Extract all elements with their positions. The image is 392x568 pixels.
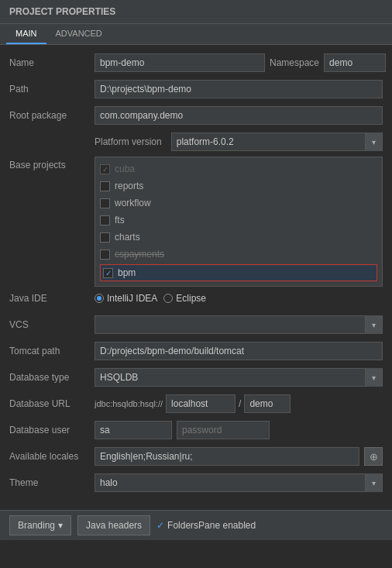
database-type-row: Database type HSQLDB ▾ xyxy=(9,366,383,389)
tomcat-path-input[interactable] xyxy=(95,342,383,360)
root-package-input[interactable] xyxy=(95,106,383,125)
bp-checkbox-charts[interactable] xyxy=(100,232,110,243)
bp-checkbox-fts[interactable] xyxy=(100,215,110,225)
bp-item-cspayments: cspayments xyxy=(100,246,377,263)
platform-version-container: Platform version platform-6.0.2 ▾ xyxy=(95,133,383,151)
branding-chevron: ▾ xyxy=(58,520,63,531)
platform-version-label: Platform version xyxy=(95,136,162,147)
available-locales-input[interactable] xyxy=(95,447,359,466)
vcs-label: VCS xyxy=(9,319,95,330)
database-type-container: HSQLDB ▾ xyxy=(95,368,383,387)
theme-container: halo ▾ xyxy=(95,473,383,492)
db-url-prefix: jdbc:hsqldb:hsql:// xyxy=(95,399,163,408)
root-package-label: Root package xyxy=(9,110,95,121)
title-text: PROJECT PROPERTIES xyxy=(9,6,115,17)
namespace-label: Namespace xyxy=(270,57,319,68)
database-user-row: Database user xyxy=(9,418,383,442)
name-input[interactable] xyxy=(95,53,265,72)
intellij-option[interactable]: IntelliJ IDEA xyxy=(95,293,157,304)
theme-row: Theme halo ▾ xyxy=(9,471,383,494)
folders-pane-option: ✓ FoldersPane enabled xyxy=(156,520,256,531)
intellij-radio[interactable] xyxy=(95,294,104,303)
java-ide-label: Java IDE xyxy=(9,293,95,304)
database-user-input[interactable] xyxy=(95,421,172,439)
theme-value: halo xyxy=(95,473,365,492)
base-projects-list: ✓ cuba reports workflow fts charts xyxy=(95,157,383,287)
path-input[interactable] xyxy=(95,80,383,98)
bp-item-reports: reports xyxy=(100,177,377,194)
bp-checkbox-reports[interactable] xyxy=(100,181,110,191)
platform-version-value: platform-6.0.2 xyxy=(172,133,365,151)
platform-version-select[interactable]: platform-6.0.2 ▾ xyxy=(171,133,383,151)
base-projects-label: Base projects xyxy=(9,157,95,170)
eclipse-option[interactable]: Eclipse xyxy=(163,293,206,304)
bp-label-cuba: cuba xyxy=(115,164,135,174)
platform-version-row: Platform version platform-6.0.2 ▾ xyxy=(9,130,383,153)
database-url-label: Database URL xyxy=(9,398,95,409)
database-type-arrow[interactable]: ▾ xyxy=(365,368,382,387)
theme-arrow[interactable]: ▾ xyxy=(365,473,382,492)
locales-globe-button[interactable]: ⊕ xyxy=(364,447,383,466)
path-field-container xyxy=(95,80,383,98)
java-ide-options: IntelliJ IDEA Eclipse xyxy=(95,293,383,304)
vcs-select[interactable]: ▾ xyxy=(95,315,383,334)
theme-label: Theme xyxy=(9,477,95,488)
name-label: Name xyxy=(9,57,95,68)
java-ide-row: Java IDE IntelliJ IDEA Eclipse xyxy=(9,287,383,310)
eclipse-radio[interactable] xyxy=(163,294,173,303)
tomcat-path-label: Tomcat path xyxy=(9,346,95,356)
bp-item-charts: charts xyxy=(100,229,377,246)
db-host-input[interactable] xyxy=(166,394,236,413)
bp-label-reports: reports xyxy=(115,181,143,191)
bp-label-charts: charts xyxy=(115,232,140,243)
platform-version-arrow[interactable]: ▾ xyxy=(365,133,382,151)
root-package-row: Root package xyxy=(9,104,383,127)
java-headers-label: Java headers xyxy=(86,520,142,531)
main-content: Name Namespace Path Root package Platfor… xyxy=(0,45,392,504)
branding-label: Branding xyxy=(18,520,55,531)
available-locales-row: Available locales ⊕ xyxy=(9,445,383,468)
bp-item-cuba: ✓ cuba xyxy=(100,160,377,177)
bp-label-cspayments: cspayments xyxy=(115,249,164,260)
java-headers-button[interactable]: Java headers xyxy=(77,515,150,535)
bp-checkbox-cspayments[interactable] xyxy=(100,250,110,260)
bp-label-fts: fts xyxy=(115,215,125,225)
database-user-label: Database user xyxy=(9,425,95,435)
path-row: Path xyxy=(9,77,383,101)
bp-checkbox-workflow[interactable] xyxy=(100,198,110,208)
tomcat-path-container xyxy=(95,342,383,360)
tabs-bar: MAIN ADVANCED xyxy=(0,24,392,45)
tab-main[interactable]: MAIN xyxy=(6,24,46,44)
available-locales-label: Available locales xyxy=(9,451,95,462)
db-url-slash: / xyxy=(239,398,241,409)
bp-label-workflow: workflow xyxy=(115,198,151,208)
bp-item-workflow: workflow xyxy=(100,194,377,212)
db-name-input[interactable] xyxy=(244,394,291,413)
database-type-label: Database type xyxy=(9,372,95,383)
tab-advanced[interactable]: ADVANCED xyxy=(46,24,112,44)
namespace-input[interactable] xyxy=(324,53,386,72)
bp-item-fts: fts xyxy=(100,212,377,229)
bp-checkbox-cuba[interactable]: ✓ xyxy=(100,164,110,174)
title-bar: PROJECT PROPERTIES xyxy=(0,0,392,24)
base-projects-row: Base projects ✓ cuba reports workflow ft… xyxy=(9,157,383,287)
folders-pane-label: FoldersPane enabled xyxy=(167,520,256,531)
bottom-bar: Branding ▾ Java headers ✓ FoldersPane en… xyxy=(0,510,392,540)
name-row: Name Namespace xyxy=(9,51,383,74)
database-url-row: Database URL jdbc:hsqldb:hsql:// / xyxy=(9,392,383,415)
database-password-input[interactable] xyxy=(177,421,270,439)
vcs-arrow[interactable]: ▾ xyxy=(365,315,382,334)
bp-label-bpm: bpm xyxy=(118,267,136,278)
branding-button[interactable]: Branding ▾ xyxy=(9,515,71,535)
database-url-container: jdbc:hsqldb:hsql:// / xyxy=(95,394,383,413)
theme-select[interactable]: halo ▾ xyxy=(95,473,383,492)
path-label: Path xyxy=(9,84,95,95)
tomcat-path-row: Tomcat path xyxy=(9,339,383,363)
available-locales-container: ⊕ xyxy=(95,447,383,466)
eclipse-label: Eclipse xyxy=(176,293,206,304)
bp-item-bpm: ✓ bpm xyxy=(100,264,377,281)
intellij-label: IntelliJ IDEA xyxy=(107,293,157,304)
database-type-value: HSQLDB xyxy=(95,368,365,387)
database-type-select[interactable]: HSQLDB ▾ xyxy=(95,368,383,387)
bp-checkbox-bpm[interactable]: ✓ xyxy=(103,268,113,278)
